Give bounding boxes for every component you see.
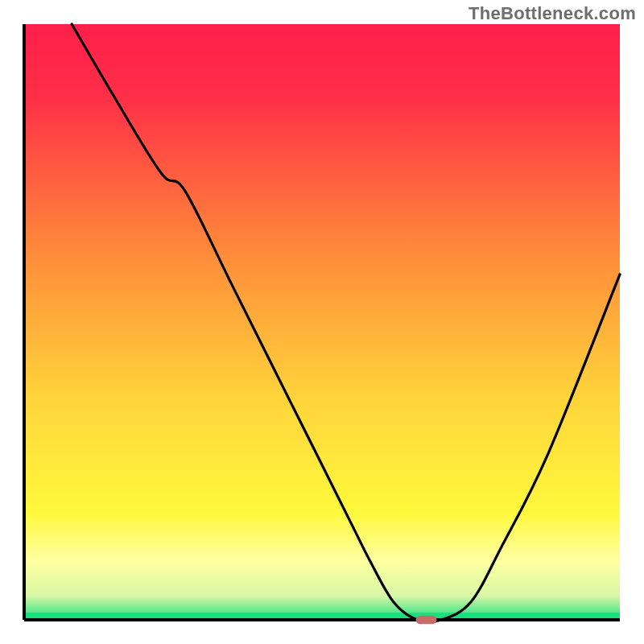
bottleneck-chart [0,0,644,644]
minimum-marker [416,616,437,624]
plot-background [24,24,620,620]
chart-stage: TheBottleneck.com [0,0,644,644]
watermark-text: TheBottleneck.com [469,3,636,24]
